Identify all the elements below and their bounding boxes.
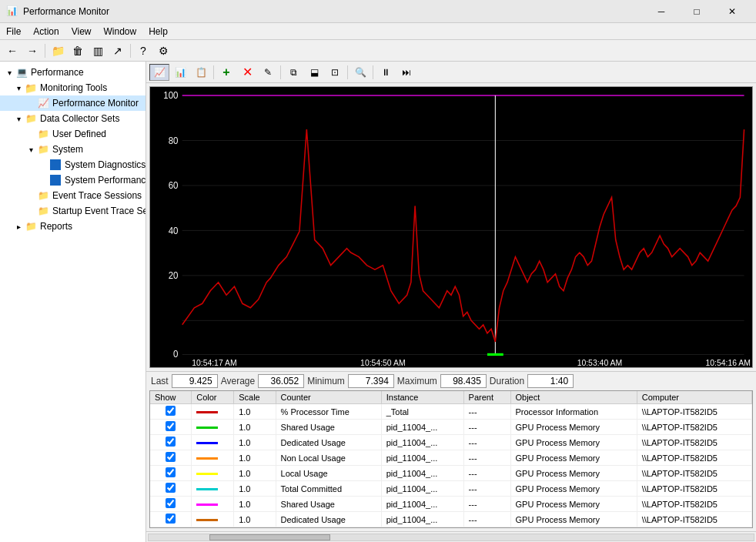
row-instance-2: pid_11004_... — [381, 435, 463, 450]
row-counter-6: Shared Usage — [276, 497, 381, 512]
chart-sep-1 — [213, 65, 214, 79]
sidebar-item-reports[interactable]: ▸ 📁 Reports — [0, 219, 146, 234]
system-icon: 📁 — [37, 143, 49, 156]
minimize-button[interactable]: ─ — [644, 0, 679, 23]
scrollbar-thumb[interactable] — [209, 534, 330, 540]
row-scale-2: 1.0 — [234, 435, 276, 450]
col-scale: Scale — [234, 391, 276, 404]
update-btn[interactable]: ⏭ — [396, 64, 416, 81]
table-row[interactable]: 1.0 Total Committed pid_11004_... --- GP… — [150, 481, 752, 497]
sidebar-item-performance[interactable]: ▾ 💻 Performance — [0, 65, 146, 80]
row-object-1: GPU Process Memory — [510, 420, 637, 435]
row-color-4 — [192, 466, 234, 481]
performance-icon: 💻 — [15, 66, 28, 79]
startup-trace-icon: 📁 — [37, 205, 49, 217]
row-show-3[interactable] — [150, 450, 192, 466]
table-row[interactable]: 1.0 Shared Usage pid_11004_... --- GPU P… — [150, 497, 752, 512]
row-computer-4: \\LAPTOP-IT582ID5 — [637, 466, 751, 481]
avg-label: Average — [221, 376, 255, 386]
close-button[interactable]: ✕ — [714, 0, 750, 23]
row-scale-5: 1.0 — [234, 481, 276, 497]
sidebar-item-system-diagnostics[interactable]: ▸ System Diagnostics — [0, 157, 146, 172]
toolbar-forward[interactable]: → — [23, 42, 42, 59]
chart-toolbar: 📈 📊 📋 + ✕ ✎ ⧉ ⬓ ⊡ 🔍 ⏸ ⏭ — [146, 62, 756, 83]
sidebar-item-data-collector-sets[interactable]: ▾ 📁 Data Collector Sets — [0, 111, 146, 126]
sidebar-label-system-performance: System Performance — [65, 175, 146, 186]
row-show-7[interactable] — [150, 512, 192, 527]
menu-view[interactable]: View — [65, 23, 98, 39]
copy-btn[interactable]: ⧉ — [283, 64, 303, 81]
sidebar-label-system: System — [52, 144, 83, 155]
row-scale-4: 1.0 — [234, 466, 276, 481]
view-histogram-btn[interactable]: 📊 — [170, 64, 190, 81]
clear-btn[interactable]: ⊡ — [325, 64, 345, 81]
app-icon: 📊 — [6, 5, 18, 18]
sidebar-item-system[interactable]: ▾ 📁 System — [0, 142, 146, 157]
toolbar-settings[interactable]: ⚙ — [154, 42, 172, 59]
delete-counter-btn[interactable]: ✕ — [237, 64, 257, 81]
toolbar-show-hide[interactable]: 📁 — [49, 42, 67, 59]
row-counter-2: Dedicated Usage — [276, 435, 381, 450]
table-row[interactable]: 1.0 % Processor Time _Total --- Processo… — [150, 404, 752, 420]
freeze-btn[interactable]: ⏸ — [376, 64, 396, 81]
table-row[interactable]: 1.0 Local Usage pid_11004_... --- GPU Pr… — [150, 466, 752, 481]
row-computer-3: \\LAPTOP-IT582ID5 — [637, 450, 751, 466]
table-row[interactable]: 1.0 Dedicated Usage pid_11004_... --- GP… — [150, 512, 752, 527]
menu-help[interactable]: Help — [142, 23, 174, 39]
row-show-4[interactable] — [150, 466, 192, 481]
sidebar-label-reports: Reports — [40, 221, 72, 232]
sidebar-item-event-trace-sessions[interactable]: ▸ 📁 Event Trace Sessions — [0, 188, 146, 203]
toolbar-back[interactable]: ← — [3, 42, 22, 59]
content-area: 📈 📊 📋 + ✕ ✎ ⧉ ⬓ ⊡ 🔍 ⏸ ⏭ — [146, 62, 756, 542]
svg-text:10:53:40 AM: 10:53:40 AM — [577, 358, 623, 367]
row-show-5[interactable] — [150, 481, 192, 497]
menu-window[interactable]: Window — [98, 23, 143, 39]
toolbar-export[interactable]: ↗ — [109, 42, 127, 59]
window-controls: ─ □ ✕ — [644, 0, 750, 23]
table-row[interactable]: 1.0 Non Local Usage pid_11004_... --- GP… — [150, 450, 752, 466]
performance-chart: 100 80 60 40 20 0 10:54:17 AM 10:54:50 A… — [150, 87, 752, 367]
toolbar-help[interactable]: ? — [134, 42, 152, 59]
row-show-6[interactable] — [150, 497, 192, 512]
view-report-btn[interactable]: 📋 — [191, 64, 211, 81]
sidebar-item-monitoring-tools[interactable]: ▾ 📁 Monitoring Tools — [0, 80, 146, 95]
table-row[interactable]: 1.0 Dedicated Usage pid_11004_... --- GP… — [150, 435, 752, 450]
svg-text:60: 60 — [169, 180, 179, 191]
menu-action[interactable]: Action — [27, 23, 65, 39]
horizontal-scrollbar[interactable] — [146, 531, 756, 542]
svg-text:100: 100 — [163, 90, 179, 101]
svg-text:80: 80 — [169, 136, 179, 146]
maximize-button[interactable]: □ — [679, 0, 714, 23]
col-instance: Instance — [381, 391, 463, 404]
scrollbar-track[interactable] — [148, 534, 754, 541]
zoom-btn[interactable]: 🔍 — [350, 64, 370, 81]
view-graph-btn[interactable]: 📈 — [149, 64, 169, 81]
row-parent-7: --- — [463, 512, 510, 527]
row-computer-6: \\LAPTOP-IT582ID5 — [637, 497, 751, 512]
row-color-5 — [192, 481, 234, 497]
reports-icon: 📁 — [25, 220, 37, 233]
row-color-7 — [192, 512, 234, 527]
highlight-btn[interactable]: ✎ — [258, 64, 278, 81]
row-show-1[interactable] — [150, 420, 192, 435]
row-color-0 — [192, 404, 234, 420]
toolbar-refresh[interactable]: ▥ — [89, 42, 107, 59]
row-computer-2: \\LAPTOP-IT582ID5 — [637, 435, 751, 450]
sidebar-item-performance-monitor[interactable]: ▸ 📈 Performance Monitor — [0, 95, 146, 111]
menu-file[interactable]: File — [0, 23, 27, 39]
title-bar: 📊 Performance Monitor ─ □ ✕ — [0, 0, 756, 23]
row-show-2[interactable] — [150, 435, 192, 450]
paste-btn[interactable]: ⬓ — [304, 64, 324, 81]
sidebar-item-user-defined[interactable]: ▸ 📁 User Defined — [0, 126, 146, 142]
row-show-0[interactable] — [150, 404, 192, 420]
toolbar-properties[interactable]: 🗑 — [69, 42, 87, 59]
sidebar-label-event-trace-sessions: Event Trace Sessions — [52, 190, 142, 201]
table-row[interactable]: 1.0 Shared Usage pid_11004_... --- GPU P… — [150, 420, 752, 435]
svg-text:0: 0 — [173, 348, 179, 359]
sidebar-item-startup-event-trace[interactable]: ▸ 📁 Startup Event Trace Ses — [0, 203, 146, 219]
row-counter-4: Local Usage — [276, 466, 381, 481]
sidebar-item-system-performance[interactable]: ▸ System Performance — [0, 172, 146, 188]
row-computer-0: \\LAPTOP-IT582ID5 — [637, 404, 751, 420]
add-counter-btn[interactable]: + — [216, 64, 236, 81]
row-color-3 — [192, 450, 234, 466]
